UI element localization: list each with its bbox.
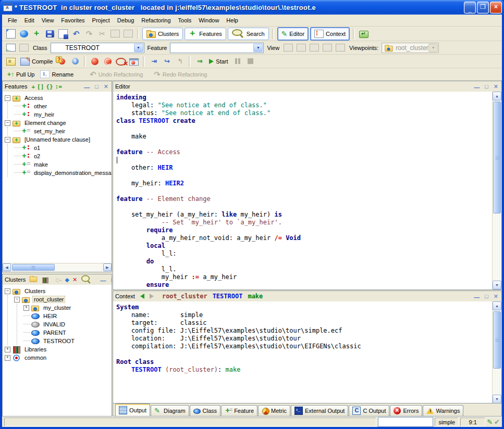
breadcrumb-testroot[interactable]: TESTROOT [213, 293, 243, 300]
project-settings-button[interactable] [5, 56, 17, 67]
feature-tool-item[interactable]: [] [36, 83, 45, 90]
library-icon[interactable] [42, 276, 50, 282]
context-back-icon[interactable] [140, 294, 144, 299]
freeze-button[interactable] [102, 56, 114, 67]
panel-close-icon[interactable]: ✕ [103, 84, 109, 90]
menu-project[interactable]: Project [89, 16, 114, 25]
code-editor[interactable]: indexing legal: "See notice at end of cl… [113, 92, 493, 289]
panel-maximize-icon[interactable]: □ [94, 84, 100, 90]
tab-class[interactable]: Class [190, 405, 221, 416]
status-filter-input[interactable] [378, 417, 433, 427]
tab-feature[interactable]: Feature [221, 405, 257, 416]
feature-tool-item[interactable]: := [54, 83, 63, 90]
tree-item-o2[interactable]: o2 [14, 152, 112, 160]
expander-icon[interactable]: − [5, 120, 10, 126]
feature-tool-item[interactable]: + [30, 83, 36, 90]
view-flat-button[interactable] [309, 42, 320, 54]
view-basic-button[interactable] [282, 42, 294, 54]
panel-minimize-icon[interactable]: — [99, 278, 107, 284]
new-window-button[interactable] [5, 28, 17, 40]
tree-item-make[interactable]: make [14, 160, 112, 169]
search-small-icon[interactable] [81, 275, 90, 282]
menu-debug[interactable]: Debug [114, 16, 138, 25]
scroll-left-arrow-icon[interactable]: ◀ [3, 263, 11, 271]
finalize-button[interactable] [128, 56, 140, 67]
scroll-down-arrow-icon[interactable]: ▼ [493, 395, 501, 403]
tree-item-parent[interactable]: PARENT [23, 329, 112, 337]
editable-status-icon[interactable]: ✎ [487, 419, 493, 425]
editor-vertical-scrollbar[interactable]: ▲ ▼ [492, 92, 501, 289]
minimize-button[interactable]: _ [464, 2, 476, 14]
history-forward-button[interactable] [18, 42, 30, 54]
close-button[interactable]: × [490, 2, 502, 14]
tab-output[interactable]: Output [115, 403, 150, 416]
panel-maximize-icon[interactable]: □ [484, 294, 489, 299]
undo-refactoring-button[interactable]: ↶ Undo Refactoring [77, 69, 150, 80]
features-horizontal-scrollbar[interactable]: ◀ ▶ [3, 263, 112, 272]
history-back-button[interactable]: ← [5, 42, 17, 54]
context-toggle-button[interactable]: Context [310, 27, 350, 41]
compile-button[interactable]: Compile [18, 56, 55, 67]
new-class-button[interactable] [31, 28, 43, 40]
context-output-area[interactable]: System name: simple target: classic conf… [113, 301, 493, 403]
expander-icon[interactable]: − [14, 297, 20, 302]
scroll-up-arrow-icon[interactable]: ▲ [493, 301, 501, 310]
tree-item-my-cluster[interactable]: +my_cluster [23, 304, 112, 312]
chevron-down-icon[interactable]: ▼ [253, 44, 263, 52]
tree-item-root-cluster[interactable]: −root_cluster [14, 295, 112, 304]
tree-item-libraries[interactable]: +Libraries [5, 345, 112, 354]
chevron-down-icon[interactable]: ▼ [134, 44, 143, 52]
context-forward-icon[interactable] [150, 294, 154, 299]
tree-item-clusters[interactable]: −Clusters [5, 287, 112, 295]
panel-minimize-icon[interactable]: — [473, 295, 481, 300]
redo-button[interactable]: ↷ [83, 28, 95, 40]
external-editor-button[interactable] [358, 28, 370, 40]
pull-up-button[interactable]: +↑ Pull Up [5, 69, 36, 80]
cancel-compile-button[interactable] [115, 56, 127, 67]
pause-button[interactable] [232, 56, 243, 67]
tab-c-output[interactable]: C Output [349, 405, 389, 416]
breadcrumb-make[interactable]: make [248, 293, 263, 300]
panel-close-icon[interactable]: ✕ [493, 294, 499, 299]
maximize-button[interactable]: ❐ [477, 2, 489, 14]
rename-button[interactable]: I.. Rename [38, 69, 76, 80]
menu-favorites[interactable]: Favorites [57, 16, 88, 25]
tab-errors[interactable]: Errors [390, 405, 422, 416]
run-final-button[interactable]: ⇒ [194, 56, 205, 67]
menu-edit[interactable]: Edit [21, 16, 38, 25]
melt-button[interactable] [89, 56, 101, 67]
tab-diagram[interactable]: Diagram [151, 405, 189, 416]
tree-item-heir[interactable]: HEIR [23, 312, 112, 320]
view-contract-button[interactable] [322, 42, 333, 54]
step-into-button[interactable]: ⇥ [148, 56, 159, 67]
copy-button[interactable] [109, 28, 121, 40]
save-all-button[interactable] [57, 28, 69, 40]
expander-icon[interactable]: + [5, 355, 10, 361]
feature-tool-item[interactable]: {} [45, 83, 54, 90]
stop-button[interactable] [245, 56, 256, 67]
class-combo[interactable]: TESTROOT ▼ [51, 43, 144, 53]
clusters-panel-header[interactable]: Clusters ◇- ◆ ✕ — □ ✕ [3, 274, 112, 285]
tab-warnings[interactable]: Warnings [423, 405, 463, 416]
clusters-tree-area[interactable]: −Clusters−root_cluster+my_clusterHEIRINV… [3, 285, 112, 416]
step-over-button[interactable]: ↪ [161, 56, 173, 67]
tree-item-my-heir[interactable]: my_heir [14, 110, 112, 119]
expander-icon[interactable]: − [5, 288, 10, 294]
paste-button[interactable] [122, 28, 134, 40]
add-item-icon[interactable]: ◆ [65, 276, 69, 283]
menu-refactoring[interactable]: Refactoring [138, 16, 174, 25]
start-button[interactable]: Start [207, 56, 230, 67]
open-button[interactable] [18, 28, 30, 40]
menu-help[interactable]: Help [223, 16, 242, 25]
view-interface-button[interactable] [335, 42, 346, 54]
why-compile-button[interactable] [56, 56, 68, 67]
panel-maximize-icon[interactable]: □ [484, 84, 489, 90]
tree-item-other[interactable]: other [14, 102, 112, 110]
tree-item-display-demonstration-messa[interactable]: display_demonstration_messa [14, 169, 112, 177]
panel-minimize-icon[interactable]: — [473, 85, 481, 91]
clusters-toggle-button[interactable]: Clusters [142, 28, 183, 40]
scrollbar-thumb[interactable] [493, 102, 501, 213]
tree-item-set-my-heir[interactable]: set_my_heir [14, 127, 112, 135]
tree-item-unnamed-feature-clause[interactable]: −[Unnamed feature clause] [5, 135, 112, 144]
expander-icon[interactable]: − [5, 95, 10, 101]
